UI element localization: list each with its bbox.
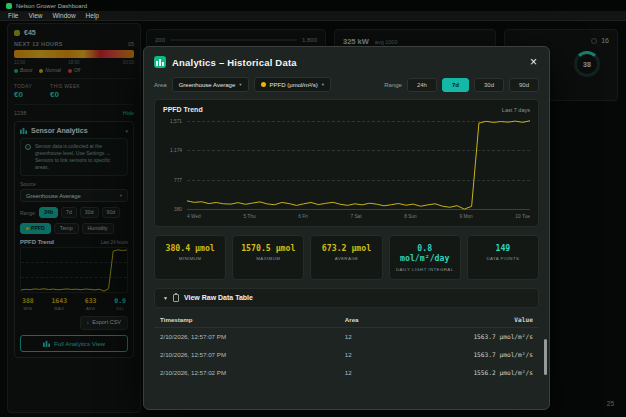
range-7d-button[interactable]: 7d	[442, 78, 469, 92]
stat-dli: 0.8 mol/m²/day DAILY LIGHT INTEGRAL	[389, 235, 461, 280]
triangle-down-icon: ▼	[163, 295, 168, 301]
range-label: Range	[384, 82, 402, 88]
table-icon	[173, 294, 179, 302]
cell-value: 1563.7 μmol/m²/s	[435, 327, 539, 345]
area-select-value: Greenhouse Average	[179, 82, 236, 88]
raw-data-section: ▼ View Raw Data Table Timestamp Area Val…	[154, 288, 539, 382]
cell-area: 12	[339, 327, 435, 345]
col-area: Area	[339, 311, 435, 328]
table-header-row: Timestamp Area Value	[154, 311, 539, 328]
stat-value: 1570.5 μmol	[235, 243, 301, 253]
stat-value: 149	[470, 243, 536, 253]
raw-data-toggle[interactable]: ▼ View Raw Data Table	[154, 288, 539, 308]
stats-cards-row: 380.4 μmol MINIMUM 1570.5 μmol MAXIMUM 6…	[154, 235, 539, 280]
y-tick: 1,174	[170, 148, 182, 153]
metric-select-value: PPFD (μmol/m²/s)	[270, 82, 318, 88]
table-row: 2/10/2026, 12:57:07 PM 12 1563.7 μmol/m²…	[154, 327, 539, 345]
window-titlebar: Nelson Grower Dashboard	[0, 0, 626, 11]
x-axis-labels: 4 Wed 5 Thu 6 Fri 7 Sat 8 Sun 9 Mon 10 T…	[187, 211, 530, 222]
cell-value: 1556.2 μmol/m²/s	[435, 363, 539, 381]
range-90d-button[interactable]: 90d	[509, 78, 539, 92]
stat-label: DAILY LIGHT INTEGRAL	[392, 267, 458, 273]
analytics-chart-icon	[154, 56, 166, 68]
cell-area: 12	[339, 345, 435, 363]
stat-minimum: 380.4 μmol MINIMUM	[154, 235, 226, 280]
modal-header: Analytics – Historical Data ×	[144, 47, 549, 75]
x-tick: 7 Sat	[350, 214, 361, 222]
stat-label: MAXIMUM	[235, 256, 301, 262]
col-timestamp: Timestamp	[154, 311, 339, 328]
stat-label: DATA POINTS	[470, 256, 536, 262]
ppfd-color-icon	[261, 82, 266, 87]
cell-timestamp: 2/10/2026, 12:57:07 PM	[154, 327, 339, 345]
x-tick: 4 Wed	[187, 214, 201, 222]
table-row: 2/10/2026, 12:57:02 PM 12 1556.2 μmol/m²…	[154, 363, 539, 381]
y-axis-labels: 1,571 1,174 777 380	[163, 117, 187, 211]
stat-value: 380.4 μmol	[157, 243, 223, 253]
x-tick: 10 Tue	[515, 214, 530, 222]
area-select[interactable]: Greenhouse Average ▾	[172, 77, 249, 92]
x-tick: 6 Fri	[298, 214, 308, 222]
stat-label: MINIMUM	[157, 256, 223, 262]
menu-window[interactable]: Window	[52, 12, 75, 19]
y-tick: 1,571	[170, 118, 182, 123]
metric-select[interactable]: PPFD (μmol/m²/s) ▾	[254, 77, 331, 92]
x-tick: 9 Mon	[459, 214, 472, 222]
area-label: Area	[154, 82, 167, 88]
chart-subtitle: Last 7 days	[502, 107, 530, 113]
x-tick: 8 Sun	[404, 214, 417, 222]
col-value: Value	[435, 311, 539, 328]
window-title: Nelson Grower Dashboard	[16, 3, 87, 9]
stat-value: 673.2 μmol	[313, 243, 379, 253]
chart-title: PPFD Trend	[163, 106, 203, 113]
chevron-down-icon: ▾	[322, 82, 324, 87]
y-tick: 380	[174, 207, 182, 212]
table-row: 2/10/2026, 12:57:07 PM 12 1563.7 μmol/m²…	[154, 345, 539, 363]
analytics-modal: Analytics – Historical Data × Area Green…	[143, 46, 550, 410]
app-logo-icon	[6, 3, 12, 9]
stat-label: AVERAGE	[313, 256, 379, 262]
x-tick: 5 Thu	[243, 214, 255, 222]
cell-timestamp: 2/10/2026, 12:57:02 PM	[154, 363, 339, 381]
modal-scrollbar[interactable]	[544, 339, 547, 375]
ppfd-trend-panel: PPFD Trend Last 7 days 1,571 1,174 777 3…	[154, 99, 539, 227]
y-tick: 777	[174, 177, 182, 182]
chevron-down-icon: ▾	[239, 82, 241, 87]
ppfd-line-series	[187, 117, 530, 211]
raw-data-title: View Raw Data Table	[184, 294, 253, 301]
range-24h-button[interactable]: 24h	[407, 78, 437, 92]
chart-plot	[187, 117, 530, 211]
modal-controls: Area Greenhouse Average ▾ PPFD (μmol/m²/…	[144, 75, 549, 92]
menu-view[interactable]: View	[28, 12, 42, 19]
cell-area: 12	[339, 363, 435, 381]
stat-data-points: 149 DATA POINTS	[467, 235, 539, 280]
cell-value: 1563.7 μmol/m²/s	[435, 345, 539, 363]
chart-header: PPFD Trend Last 7 days	[163, 106, 530, 113]
cell-timestamp: 2/10/2026, 12:57:07 PM	[154, 345, 339, 363]
stat-average: 673.2 μmol AVERAGE	[310, 235, 382, 280]
range-30d-button[interactable]: 30d	[474, 78, 504, 92]
menu-help[interactable]: Help	[86, 12, 99, 19]
menu-file[interactable]: File	[8, 12, 18, 19]
app-window: Nelson Grower Dashboard File View Window…	[0, 0, 626, 417]
close-button[interactable]: ×	[528, 56, 539, 68]
modal-title: Analytics – Historical Data	[172, 57, 297, 68]
raw-data-table: Timestamp Area Value 2/10/2026, 12:57:07…	[154, 311, 539, 382]
menu-bar: File View Window Help	[0, 11, 626, 21]
chart-area: 1,571 1,174 777 380	[163, 117, 530, 211]
stat-value: 0.8 mol/m²/day	[392, 243, 458, 264]
stat-maximum: 1570.5 μmol MAXIMUM	[232, 235, 304, 280]
